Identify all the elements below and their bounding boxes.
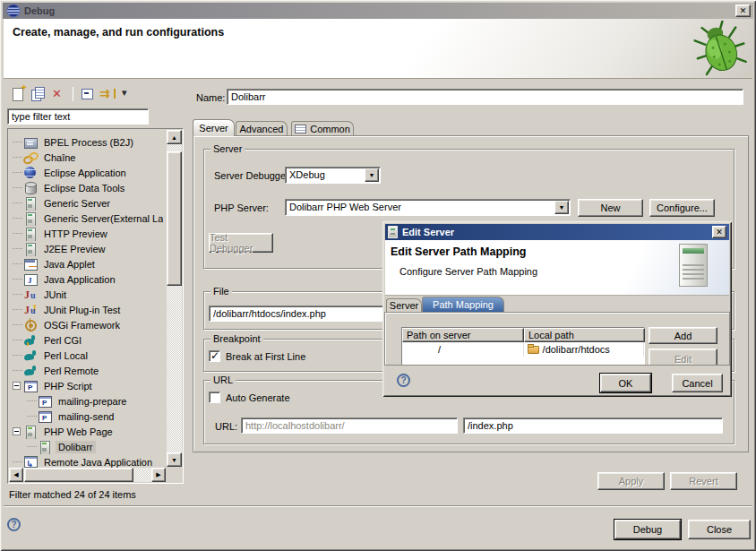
window-close-button[interactable]: ✕ <box>735 4 751 17</box>
scroll-down-button[interactable]: ▼ <box>167 452 182 467</box>
tree-guide-line <box>13 218 22 219</box>
perl-icon <box>23 364 38 378</box>
tab-server[interactable]: Server <box>193 119 235 136</box>
filter-input[interactable] <box>7 108 149 125</box>
tree-item-mailing-prepare[interactable]: mailing-prepare <box>9 393 163 409</box>
tree-item-label: mailing-prepare <box>56 395 129 408</box>
duplicate-config-icon[interactable] <box>30 86 47 102</box>
tree-item-label: BPEL Process (B2J) <box>41 136 136 149</box>
tree-item-perl-remote[interactable]: Perl Remote <box>9 363 163 378</box>
tree-item-dolibarr[interactable]: Dolibarr <box>9 439 163 454</box>
name-label: Name: <box>196 92 225 103</box>
url-base-input[interactable] <box>241 418 458 434</box>
debug-button[interactable]: Debug <box>614 520 681 539</box>
server-icon <box>23 211 38 226</box>
chevron-down-icon[interactable]: ▼ <box>554 201 569 214</box>
configure-server-button[interactable]: Configure... <box>649 199 715 217</box>
tree-item-java-applet[interactable]: Java Applet <box>9 256 163 271</box>
tree-item-perl-cgi[interactable]: Perl CGI <box>9 332 163 348</box>
tree-item-label: JUnit <box>41 288 69 301</box>
tree-item-junit[interactable]: JUnit <box>9 287 163 302</box>
help-icon[interactable]: ? <box>7 518 21 531</box>
tree-horizontal-scrollbar[interactable]: ◀ ▶ <box>9 468 166 482</box>
tree-item-php-script[interactable]: PHP Script <box>9 378 163 393</box>
new-config-icon[interactable] <box>10 86 28 102</box>
test-debugger-button[interactable]: Test Debugger <box>209 233 273 253</box>
menu-dropdown-icon[interactable] <box>118 86 136 102</box>
ok-button[interactable]: OK <box>600 374 651 392</box>
dialog-tab-server[interactable]: Server <box>386 298 422 312</box>
tree-item-php-web-page[interactable]: PHP Web Page <box>9 424 163 439</box>
break-first-line-checkbox[interactable] <box>209 350 220 362</box>
tree-item-cha-ne[interactable]: Chaîne <box>9 150 163 165</box>
tree-item-java-application[interactable]: Java Application <box>9 271 163 287</box>
cancel-button[interactable]: Cancel <box>672 374 723 392</box>
server-debugger-label: Server Debugger: <box>214 170 292 181</box>
tree-item-generic-server-external-la[interactable]: Generic Server(External La <box>9 211 163 226</box>
collapse-expander-icon[interactable] <box>13 427 21 435</box>
tree-item-label: JUnit Plug-in Test <box>41 304 123 316</box>
column-header-path-on-server[interactable]: Path on server <box>402 328 524 342</box>
tree-guide-line <box>13 142 22 142</box>
collapse-expander-icon[interactable] <box>13 382 21 390</box>
tree-guide-line <box>13 172 22 173</box>
scroll-left-button[interactable]: ◀ <box>9 468 23 482</box>
column-header-local-path[interactable]: Local path <box>524 328 645 342</box>
dialog-help-icon[interactable]: ? <box>397 374 410 387</box>
tree-vertical-scrollbar[interactable]: ▲ ▼ <box>167 130 182 467</box>
filter-icon[interactable] <box>99 86 116 102</box>
dialog-close-button[interactable]: ✕ <box>712 226 726 238</box>
tree-item-eclipse-data-tools[interactable]: Eclipse Data Tools <box>9 180 163 195</box>
configurations-tree: BPEL Process (B2J)ChaîneEclipse Applicat… <box>7 128 184 484</box>
dialog-title: Edit Server <box>402 227 454 237</box>
edit-mapping-button[interactable]: Edit <box>649 349 717 366</box>
auto-generate-label: Auto Generate <box>226 392 290 403</box>
url-label: URL: <box>215 421 237 432</box>
dialog-titlebar: Edit Server ✕ <box>385 224 729 240</box>
server-debugger-value: XDebug <box>289 169 364 180</box>
folder-icon <box>528 346 539 354</box>
tree-item-bpel-process-b2j[interactable]: BPEL Process (B2J) <box>9 134 163 150</box>
tree-item-mailing-send[interactable]: mailing-send <box>9 409 163 424</box>
url-path-input[interactable] <box>463 418 723 434</box>
tree-item-label: Remote Java Application <box>41 456 155 469</box>
new-server-button[interactable]: New <box>578 199 643 217</box>
chevron-down-icon[interactable]: ▼ <box>365 168 379 182</box>
tab-common[interactable]: Common <box>291 121 354 136</box>
server-debugger-combo[interactable]: XDebug ▼ <box>285 167 381 184</box>
horizontal-scroll-thumb[interactable] <box>24 468 133 482</box>
dialog-tab-path-mapping-label: Path Mapping <box>433 299 494 310</box>
apply-button[interactable]: Apply <box>597 472 665 490</box>
delete-config-icon[interactable] <box>49 86 67 102</box>
name-input[interactable] <box>227 89 743 105</box>
scroll-right-button[interactable]: ▶ <box>151 468 166 482</box>
add-mapping-button[interactable]: Add <box>649 327 717 344</box>
revert-button[interactable]: Revert <box>670 472 737 490</box>
breakpoint-group-title: Breakpoint <box>210 333 263 344</box>
tree-item-label: Java Application <box>41 273 118 286</box>
path-mapping-row[interactable]: //dolibarr/htdocs <box>402 342 644 357</box>
tree-item-osgi-framework[interactable]: OSGi Framework <box>9 317 163 332</box>
vertical-scroll-thumb[interactable] <box>167 151 182 286</box>
tab-advanced[interactable]: Advanced <box>236 121 288 136</box>
tree-item-j2ee-preview[interactable]: J2EE Preview <box>9 241 163 256</box>
auto-generate-checkbox[interactable] <box>209 392 220 403</box>
tree-guide-line <box>27 400 37 401</box>
close-button[interactable]: Close <box>688 520 751 539</box>
tree-item-label: Java Applet <box>41 258 98 271</box>
collapse-all-icon[interactable] <box>79 86 97 102</box>
tree-item-generic-server[interactable]: Generic Server <box>9 195 163 211</box>
tree-item-junit-plug-in-test[interactable]: JUnit Plug-in Test <box>9 302 163 317</box>
bpel-process-icon <box>23 135 38 150</box>
file-group-title: File <box>210 286 232 297</box>
php-server-combo[interactable]: Dolibarr PHP Web Server ▼ <box>285 199 571 216</box>
tree-item-eclipse-application[interactable]: Eclipse Application <box>9 165 163 180</box>
tree-item-label: Chaîne <box>41 151 78 164</box>
scroll-up-button[interactable]: ▲ <box>167 130 182 144</box>
dialog-tab-path-mapping[interactable]: Path Mapping <box>422 297 504 312</box>
junit-icon <box>23 288 38 302</box>
tree-item-perl-local[interactable]: Perl Local <box>9 348 163 363</box>
debug-configurations-window: Debug ✕ Create, manage, and run configur… <box>0 0 756 551</box>
tree-guide-line <box>27 446 37 447</box>
tree-item-http-preview[interactable]: HTTP Preview <box>9 226 163 241</box>
